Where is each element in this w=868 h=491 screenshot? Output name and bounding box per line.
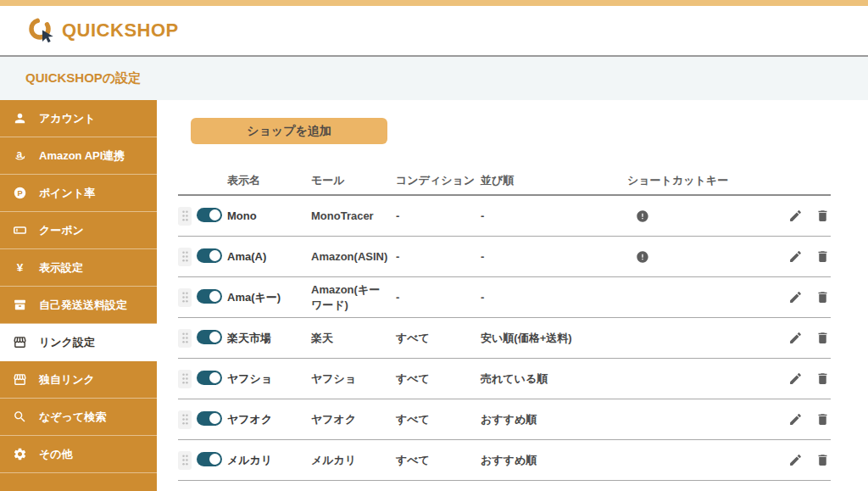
column-header: 表示名 (227, 173, 311, 188)
delete-icon[interactable] (815, 331, 830, 345)
amazon-icon (13, 148, 27, 163)
sidebar-item-account[interactable]: アカウント (0, 100, 157, 137)
column-header: コンディション (396, 173, 481, 188)
toggle-knob (209, 372, 220, 383)
row-mall: ヤフショ (311, 371, 396, 387)
edit-icon[interactable] (788, 249, 803, 264)
toggle-knob (209, 291, 220, 302)
toggle-knob (209, 250, 220, 261)
drag-handle[interactable] (178, 370, 192, 388)
row-sort-order: - (481, 250, 627, 263)
package-icon (13, 298, 27, 312)
delete-icon[interactable] (815, 412, 830, 427)
sidebar-item-trace-search[interactable]: なぞって検索 (0, 399, 157, 436)
row-condition: すべて (396, 371, 481, 387)
table-row: 楽天市場 楽天 すべて 安い順(価格+送料) (178, 318, 831, 359)
column-header: 並び順 (481, 173, 627, 188)
row-sort-order: 安い順(価格+送料) (481, 331, 627, 346)
row-actions (771, 371, 831, 386)
drag-dots-icon (181, 453, 190, 467)
row-sort-order: 売れている順 (481, 371, 627, 387)
row-display-name: メルカリ (227, 453, 311, 468)
toggle-knob (209, 454, 220, 465)
column-header: モール (311, 173, 396, 188)
drag-handle[interactable] (178, 248, 192, 266)
point-icon (13, 186, 27, 200)
quickshop-logo-icon (28, 17, 55, 44)
row-display-name: ヤフオク (227, 412, 311, 427)
gear-icon (13, 447, 27, 461)
brand-logo: QUICKSHOP (28, 17, 179, 44)
sidebar-item-others[interactable]: その他 (0, 436, 157, 473)
storefront-icon (13, 372, 27, 387)
delete-icon[interactable] (815, 453, 830, 467)
alert-icon[interactable] (636, 209, 649, 223)
drag-dots-icon (181, 331, 190, 345)
edit-icon[interactable] (788, 371, 803, 386)
delete-icon[interactable] (815, 371, 830, 386)
enabled-toggle[interactable] (197, 411, 222, 426)
table-row: Mono MonoTracer - - (178, 196, 831, 237)
coupon-icon (13, 223, 27, 237)
sidebar-item-label: クーポン (39, 223, 84, 238)
content-area: アカウント Amazon API連携 ポイント率 クーポン 表示設定 自己発送送… (0, 100, 868, 491)
row-actions (771, 249, 831, 264)
person-icon (13, 111, 27, 126)
row-shortcut (627, 209, 771, 223)
row-mall: ヤフオク (311, 412, 396, 427)
enabled-toggle[interactable] (197, 248, 222, 263)
drag-handle[interactable] (178, 207, 192, 226)
drag-handle[interactable] (178, 451, 192, 470)
row-condition: - (396, 209, 481, 222)
drag-handle[interactable] (178, 410, 192, 429)
sidebar-item-point-rate[interactable]: ポイント率 (0, 175, 157, 212)
page-title: QUICKSHOPの設定 (25, 70, 141, 86)
row-shortcut (627, 250, 771, 264)
row-sort-order: おすすめ順 (481, 412, 627, 427)
table-row: メルカリ メルカリ すべて おすすめ順 (178, 440, 831, 481)
table-row: Ama(キー) Amazon(キーワード) - - (178, 277, 831, 318)
sidebar-item-coupon[interactable]: クーポン (0, 212, 157, 249)
drag-dots-icon (181, 371, 190, 386)
sidebar-item-custom-link[interactable]: 独自リンク (0, 361, 157, 399)
add-shop-button[interactable]: ショップを追加 (191, 118, 387, 144)
enabled-toggle[interactable] (197, 330, 222, 344)
row-mall: MonoTracer (311, 209, 396, 222)
toggle-knob (209, 209, 220, 220)
row-display-name: Ama(A) (227, 250, 311, 263)
top-accent-bar (0, 0, 868, 6)
drag-handle[interactable] (178, 288, 192, 307)
drag-dots-icon (181, 249, 190, 264)
row-mall: メルカリ (311, 453, 396, 468)
sidebar-item-display[interactable]: 表示設定 (0, 249, 157, 287)
delete-icon[interactable] (815, 290, 830, 304)
enabled-toggle[interactable] (197, 371, 222, 385)
enabled-toggle[interactable] (197, 208, 222, 222)
edit-icon[interactable] (788, 331, 803, 345)
edit-icon[interactable] (788, 209, 803, 223)
alert-icon[interactable] (636, 250, 649, 264)
row-actions (771, 290, 831, 304)
delete-icon[interactable] (815, 249, 830, 264)
sidebar-item-self-shipping[interactable]: 自己発送送料設定 (0, 287, 157, 324)
drag-dots-icon (181, 290, 190, 304)
sidebar-item-link-settings[interactable]: リンク設定 (0, 324, 157, 361)
app-window: QUICKSHOP QUICKSHOPの設定 アカウント Amazon API連… (0, 0, 868, 491)
search-icon (13, 410, 27, 424)
column-header: ショートカットキー (627, 173, 771, 188)
table-body: Mono MonoTracer - - Ama(A) Amazon(ASIN) … (178, 196, 831, 481)
edit-icon[interactable] (788, 290, 803, 304)
delete-icon[interactable] (815, 209, 830, 223)
row-display-name: Ama(キー) (227, 290, 311, 305)
row-actions (771, 412, 831, 427)
yen-icon (13, 260, 27, 275)
drag-handle[interactable] (178, 329, 192, 348)
edit-icon[interactable] (788, 412, 803, 427)
sidebar-item-amazon-api[interactable]: Amazon API連携 (0, 137, 157, 175)
row-sort-order: - (481, 291, 627, 304)
row-sort-order: - (481, 209, 627, 222)
enabled-toggle[interactable] (197, 452, 222, 466)
enabled-toggle[interactable] (197, 289, 222, 304)
row-condition: - (396, 250, 481, 263)
edit-icon[interactable] (788, 453, 803, 467)
